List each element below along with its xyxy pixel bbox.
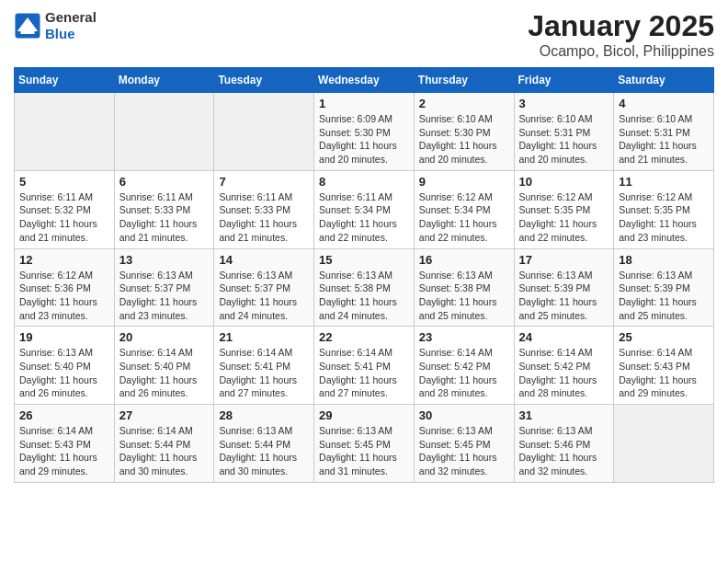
calendar-cell bbox=[114, 93, 214, 171]
day-info: Sunrise: 6:13 AMSunset: 5:46 PMDaylight:… bbox=[519, 424, 609, 478]
calendar-cell: 31Sunrise: 6:13 AMSunset: 5:46 PMDayligh… bbox=[514, 405, 614, 483]
day-number: 14 bbox=[219, 253, 309, 267]
calendar-week-row: 5Sunrise: 6:11 AMSunset: 5:32 PMDaylight… bbox=[15, 170, 714, 248]
day-info: Sunrise: 6:11 AMSunset: 5:32 PMDaylight:… bbox=[19, 190, 109, 245]
day-info: Sunrise: 6:12 AMSunset: 5:35 PMDaylight:… bbox=[519, 190, 609, 245]
weekday-header-tuesday: Tuesday bbox=[214, 68, 314, 93]
day-info: Sunrise: 6:11 AMSunset: 5:33 PMDaylight:… bbox=[119, 190, 210, 245]
day-number: 8 bbox=[319, 175, 409, 189]
day-number: 21 bbox=[219, 330, 309, 344]
calendar-cell: 16Sunrise: 6:13 AMSunset: 5:38 PMDayligh… bbox=[414, 248, 514, 327]
day-info: Sunrise: 6:14 AMSunset: 5:44 PMDaylight:… bbox=[119, 424, 210, 478]
calendar-cell: 25Sunrise: 6:14 AMSunset: 5:43 PMDayligh… bbox=[614, 327, 714, 405]
calendar-cell: 14Sunrise: 6:13 AMSunset: 5:37 PMDayligh… bbox=[214, 248, 314, 327]
day-number: 26 bbox=[19, 408, 109, 422]
calendar-cell: 1Sunrise: 6:09 AMSunset: 5:30 PMDaylight… bbox=[314, 93, 415, 171]
day-number: 10 bbox=[519, 175, 609, 189]
day-info: Sunrise: 6:10 AMSunset: 5:30 PMDaylight:… bbox=[419, 112, 509, 167]
page-header: General Blue January 2025 Ocampo, Bicol,… bbox=[14, 9, 714, 60]
day-info: Sunrise: 6:13 AMSunset: 5:40 PMDaylight:… bbox=[19, 346, 109, 400]
day-number: 31 bbox=[519, 408, 609, 422]
day-number: 25 bbox=[619, 330, 709, 344]
calendar-cell: 24Sunrise: 6:14 AMSunset: 5:42 PMDayligh… bbox=[514, 327, 614, 405]
day-number: 9 bbox=[419, 175, 509, 189]
logo-general: General bbox=[45, 9, 97, 25]
day-number: 28 bbox=[219, 408, 309, 422]
day-number: 27 bbox=[119, 408, 210, 422]
day-number: 5 bbox=[19, 175, 109, 189]
calendar-week-row: 1Sunrise: 6:09 AMSunset: 5:30 PMDaylight… bbox=[15, 93, 714, 171]
day-number: 3 bbox=[519, 97, 609, 110]
calendar-cell: 20Sunrise: 6:14 AMSunset: 5:40 PMDayligh… bbox=[114, 327, 214, 405]
day-number: 2 bbox=[419, 97, 509, 110]
calendar-week-row: 12Sunrise: 6:12 AMSunset: 5:36 PMDayligh… bbox=[15, 248, 714, 327]
logo-text: General Blue bbox=[45, 9, 97, 42]
day-number: 1 bbox=[319, 97, 409, 110]
calendar-cell: 23Sunrise: 6:14 AMSunset: 5:42 PMDayligh… bbox=[414, 327, 514, 405]
logo-blue: Blue bbox=[45, 26, 75, 41]
calendar-cell: 18Sunrise: 6:13 AMSunset: 5:39 PMDayligh… bbox=[614, 248, 714, 327]
day-info: Sunrise: 6:13 AMSunset: 5:38 PMDaylight:… bbox=[319, 269, 409, 323]
day-number: 12 bbox=[19, 253, 109, 267]
weekday-header-thursday: Thursday bbox=[414, 68, 514, 93]
day-info: Sunrise: 6:10 AMSunset: 5:31 PMDaylight:… bbox=[519, 112, 609, 167]
weekday-header-friday: Friday bbox=[514, 68, 614, 93]
day-info: Sunrise: 6:14 AMSunset: 5:43 PMDaylight:… bbox=[619, 346, 709, 400]
weekday-header-monday: Monday bbox=[114, 68, 214, 93]
title-area: January 2025 Ocampo, Bicol, Philippines bbox=[528, 9, 714, 60]
weekday-header-wednesday: Wednesday bbox=[314, 68, 415, 93]
calendar-cell: 12Sunrise: 6:12 AMSunset: 5:36 PMDayligh… bbox=[15, 248, 115, 327]
day-number: 20 bbox=[119, 330, 210, 344]
calendar-subtitle: Ocampo, Bicol, Philippines bbox=[528, 43, 714, 60]
day-number: 13 bbox=[119, 253, 210, 267]
calendar-cell: 10Sunrise: 6:12 AMSunset: 5:35 PMDayligh… bbox=[514, 170, 614, 248]
day-info: Sunrise: 6:13 AMSunset: 5:38 PMDaylight:… bbox=[419, 269, 509, 323]
day-number: 24 bbox=[519, 330, 609, 344]
day-number: 15 bbox=[319, 253, 409, 267]
day-number: 30 bbox=[419, 408, 509, 422]
day-number: 16 bbox=[419, 253, 509, 267]
calendar-cell: 21Sunrise: 6:14 AMSunset: 5:41 PMDayligh… bbox=[214, 327, 314, 405]
calendar-cell: 9Sunrise: 6:12 AMSunset: 5:34 PMDaylight… bbox=[414, 170, 514, 248]
day-info: Sunrise: 6:13 AMSunset: 5:37 PMDaylight:… bbox=[119, 269, 210, 323]
calendar-cell: 17Sunrise: 6:13 AMSunset: 5:39 PMDayligh… bbox=[514, 248, 614, 327]
calendar-cell: 2Sunrise: 6:10 AMSunset: 5:30 PMDaylight… bbox=[414, 93, 514, 171]
day-info: Sunrise: 6:13 AMSunset: 5:37 PMDaylight:… bbox=[219, 269, 309, 323]
calendar-cell bbox=[214, 93, 314, 171]
day-info: Sunrise: 6:14 AMSunset: 5:41 PMDaylight:… bbox=[219, 346, 309, 400]
calendar-cell: 19Sunrise: 6:13 AMSunset: 5:40 PMDayligh… bbox=[15, 327, 115, 405]
calendar-cell: 8Sunrise: 6:11 AMSunset: 5:34 PMDaylight… bbox=[314, 170, 415, 248]
calendar-cell: 13Sunrise: 6:13 AMSunset: 5:37 PMDayligh… bbox=[114, 248, 214, 327]
day-info: Sunrise: 6:14 AMSunset: 5:41 PMDaylight:… bbox=[319, 346, 409, 400]
day-info: Sunrise: 6:12 AMSunset: 5:35 PMDaylight:… bbox=[619, 190, 709, 245]
weekday-header-sunday: Sunday bbox=[15, 68, 115, 93]
day-number: 23 bbox=[419, 330, 509, 344]
day-info: Sunrise: 6:12 AMSunset: 5:34 PMDaylight:… bbox=[419, 190, 509, 245]
calendar-cell bbox=[614, 405, 714, 483]
calendar-cell: 27Sunrise: 6:14 AMSunset: 5:44 PMDayligh… bbox=[114, 405, 214, 483]
calendar-cell: 22Sunrise: 6:14 AMSunset: 5:41 PMDayligh… bbox=[314, 327, 415, 405]
calendar-cell: 30Sunrise: 6:13 AMSunset: 5:45 PMDayligh… bbox=[414, 405, 514, 483]
calendar-cell: 7Sunrise: 6:11 AMSunset: 5:33 PMDaylight… bbox=[214, 170, 314, 248]
day-number: 7 bbox=[219, 175, 309, 189]
day-number: 17 bbox=[519, 253, 609, 267]
day-info: Sunrise: 6:13 AMSunset: 5:39 PMDaylight:… bbox=[519, 269, 609, 323]
day-info: Sunrise: 6:14 AMSunset: 5:40 PMDaylight:… bbox=[119, 346, 210, 400]
day-info: Sunrise: 6:10 AMSunset: 5:31 PMDaylight:… bbox=[619, 112, 709, 167]
day-info: Sunrise: 6:14 AMSunset: 5:42 PMDaylight:… bbox=[419, 346, 509, 400]
calendar-cell: 15Sunrise: 6:13 AMSunset: 5:38 PMDayligh… bbox=[314, 248, 415, 327]
weekday-header-row: SundayMondayTuesdayWednesdayThursdayFrid… bbox=[15, 68, 714, 93]
calendar-cell: 28Sunrise: 6:13 AMSunset: 5:44 PMDayligh… bbox=[214, 405, 314, 483]
logo: General Blue bbox=[14, 9, 97, 42]
calendar-cell: 4Sunrise: 6:10 AMSunset: 5:31 PMDaylight… bbox=[614, 93, 714, 171]
weekday-header-saturday: Saturday bbox=[614, 68, 714, 93]
calendar-cell: 3Sunrise: 6:10 AMSunset: 5:31 PMDaylight… bbox=[514, 93, 614, 171]
day-number: 18 bbox=[619, 253, 709, 267]
day-number: 11 bbox=[619, 175, 709, 189]
calendar-table: SundayMondayTuesdayWednesdayThursdayFrid… bbox=[14, 67, 714, 483]
day-info: Sunrise: 6:12 AMSunset: 5:36 PMDaylight:… bbox=[19, 269, 109, 323]
day-info: Sunrise: 6:13 AMSunset: 5:45 PMDaylight:… bbox=[419, 424, 509, 478]
day-info: Sunrise: 6:11 AMSunset: 5:33 PMDaylight:… bbox=[219, 190, 309, 245]
calendar-cell: 29Sunrise: 6:13 AMSunset: 5:45 PMDayligh… bbox=[314, 405, 415, 483]
day-number: 19 bbox=[19, 330, 109, 344]
